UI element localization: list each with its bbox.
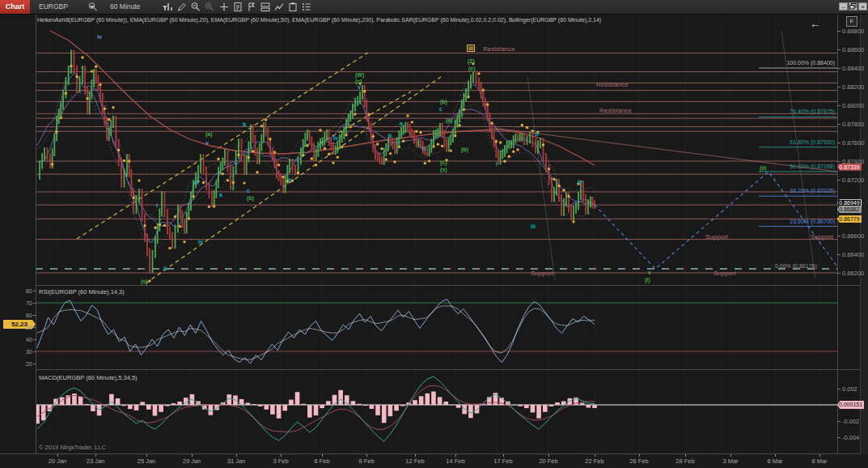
indicator-label: HeikenAshi8(EURGBP (60 Minute)), EMA(EUR… xyxy=(37,17,601,23)
restore-icon xyxy=(849,3,857,10)
interval-selector[interactable]: 60 Minute xyxy=(105,1,170,13)
panel-separator[interactable] xyxy=(36,369,860,370)
zoom-in-icon[interactable] xyxy=(204,2,215,12)
rsi-label: RSI(EURGBP (60 Minute),14,3) xyxy=(39,288,125,296)
date-tick xyxy=(415,454,416,457)
date-label: 6 Feb xyxy=(306,457,338,465)
rsi-value-badge: 52.23 xyxy=(3,320,36,329)
date-label: 3 Mar xyxy=(714,457,747,465)
restore-button[interactable] xyxy=(849,2,857,11)
date-label: 29 Jan xyxy=(176,457,208,465)
scroll-back-arrow[interactable]: ← xyxy=(810,18,820,30)
macd-axis-label: -0.002 xyxy=(842,418,859,425)
macd-axis-label: -0.004 xyxy=(842,434,859,441)
date-tick xyxy=(685,454,686,457)
date-label: 8 Mar xyxy=(803,457,836,465)
price-axis-border xyxy=(837,15,838,468)
rsi-axis-label: 80 xyxy=(19,287,32,295)
data-box-icon[interactable] xyxy=(287,2,299,12)
date-label: 8 Feb xyxy=(350,457,383,465)
date-tick xyxy=(146,454,147,457)
date-tick xyxy=(503,454,504,457)
macd-label: MACD(EURGBP (60 Minute),5,34,5) xyxy=(39,374,138,381)
rsi-axis-label: 30 xyxy=(19,348,32,355)
date-tick xyxy=(595,454,595,457)
date-tick xyxy=(455,454,456,457)
macd-panel-canvas[interactable] xyxy=(36,370,837,453)
macd-axis-label: 0.002 xyxy=(842,385,857,393)
copyright-text: © 2019 NinjaTrader, LLC xyxy=(39,444,106,451)
draw-tool-icon[interactable] xyxy=(176,2,188,12)
date-label: 25 Jan xyxy=(130,457,163,465)
rsi-axis-label: 60 xyxy=(19,312,32,319)
interval-value: 60 Minute xyxy=(110,2,140,11)
date-tick xyxy=(730,454,731,457)
date-label: 6 Mar xyxy=(759,457,791,465)
price-badge: 0.86779 xyxy=(837,215,862,223)
search-icon[interactable] xyxy=(87,2,99,12)
indicator-panel-icon[interactable] xyxy=(260,2,271,12)
fixed-scale-button[interactable]: F xyxy=(846,16,857,27)
date-label: 26 Feb xyxy=(623,457,655,465)
tab-chart[interactable]: Chart xyxy=(0,0,30,14)
date-tick xyxy=(639,454,640,457)
date-label: 23 Jan xyxy=(79,457,112,465)
trendline-icon[interactable] xyxy=(273,2,285,12)
left-plot-border xyxy=(36,15,36,453)
chart-toolbar: Chart EURGBP 60 Minute xyxy=(0,0,868,15)
ninjatrader-chart-window: Chart EURGBP 60 Minute xyxy=(0,0,868,468)
date-label: 20 Jan xyxy=(41,457,74,465)
crosshair-icon[interactable] xyxy=(218,2,230,12)
rsi-axis-label: 40 xyxy=(19,336,32,343)
date-tick xyxy=(236,454,237,457)
zoom-out-icon[interactable] xyxy=(190,2,201,12)
date-label: 14 Feb xyxy=(439,457,472,465)
properties-icon[interactable] xyxy=(301,2,312,12)
macd-value-badge: 0.000151 xyxy=(837,401,864,409)
price-badge: 0.86882 xyxy=(837,206,862,213)
time-axis[interactable]: 20 Jan23 Jan25 Jan29 Jan31 Jan3 Feb6 Feb… xyxy=(0,454,868,468)
date-tick xyxy=(548,454,549,457)
date-label: 31 Jan xyxy=(220,457,252,465)
date-tick xyxy=(322,454,323,457)
minimize-button[interactable]: – xyxy=(839,2,848,11)
instrument-value: EURGBP xyxy=(39,2,68,11)
rsi-panel-canvas[interactable] xyxy=(36,286,837,369)
date-label: 17 Feb xyxy=(487,457,519,465)
date-tick xyxy=(281,454,282,457)
order-entry-icon[interactable] xyxy=(232,2,243,12)
right-scroll-strip[interactable] xyxy=(860,15,868,468)
date-label: 20 Feb xyxy=(532,457,565,465)
close-button[interactable]: × xyxy=(858,2,867,11)
price-badge: 0.86949 xyxy=(837,199,862,206)
price-chart-canvas[interactable] xyxy=(36,15,837,285)
rsi-axis-label: 20 xyxy=(19,360,32,368)
chart-style-icon[interactable] xyxy=(163,2,174,12)
date-tick xyxy=(819,454,820,457)
date-label: 28 Feb xyxy=(669,457,701,465)
date-label: 3 Feb xyxy=(265,457,297,465)
rsi-axis-label: 70 xyxy=(19,300,32,307)
alert-icon[interactable] xyxy=(246,2,257,12)
date-tick xyxy=(57,454,58,457)
date-tick xyxy=(95,454,96,457)
date-tick xyxy=(366,454,367,457)
date-tick xyxy=(775,454,776,457)
date-label: 12 Feb xyxy=(399,457,431,465)
date-tick xyxy=(192,454,193,457)
date-label: 22 Feb xyxy=(578,457,611,465)
price-badge: 0.87339 xyxy=(837,164,862,171)
panel-separator[interactable] xyxy=(36,285,860,286)
